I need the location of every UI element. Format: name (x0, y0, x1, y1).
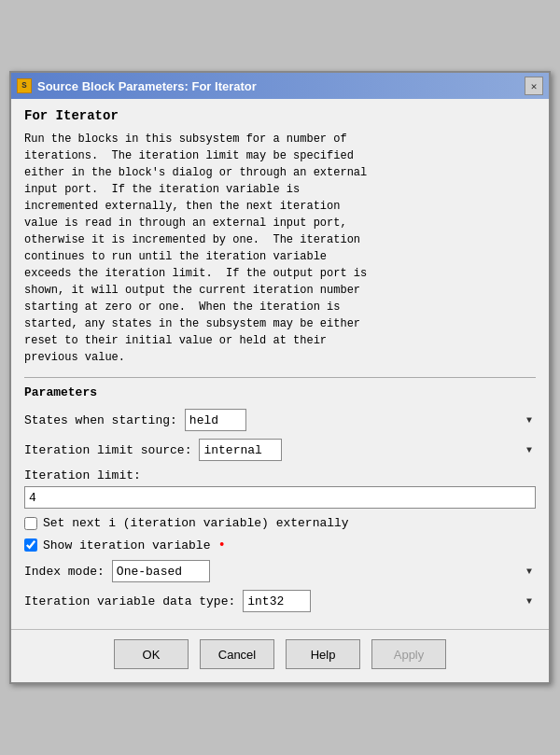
apply-button[interactable]: Apply (371, 639, 446, 669)
window-icon: S (17, 78, 32, 93)
iteration-limit-source-row: Iteration limit source: internal externa… (24, 439, 536, 461)
index-mode-row: Index mode: One-based Zero-based (24, 560, 536, 582)
red-dot-indicator: • (217, 538, 225, 552)
states-when-starting-select[interactable]: held reset (185, 409, 246, 431)
iteration-variable-data-type-label: Iteration variable data type: (24, 594, 235, 608)
iteration-limit-input[interactable] (24, 486, 536, 509)
show-iteration-variable-row: Show iteration variable • (24, 538, 536, 552)
iteration-limit-source-label: Iteration limit source: (24, 443, 191, 457)
set-next-i-row: Set next i (iteration variable) external… (24, 516, 536, 530)
content-area: For Iterator Run the blocks in this subs… (11, 99, 549, 629)
states-when-starting-wrapper: held reset (185, 409, 536, 431)
set-next-i-checkbox[interactable] (24, 517, 37, 530)
block-description: Run the blocks in this subsystem for a n… (24, 131, 536, 366)
title-bar: S Source Block Parameters: For Iterator … (11, 73, 549, 99)
params-section-label: Parameters (24, 385, 536, 399)
button-bar: OK Cancel Help Apply (11, 629, 549, 682)
states-when-starting-row: States when starting: held reset (24, 409, 536, 431)
set-next-i-label: Set next i (iteration variable) external… (43, 516, 349, 530)
index-mode-select[interactable]: One-based Zero-based (112, 560, 210, 582)
states-when-starting-label: States when starting: (24, 413, 177, 427)
iteration-limit-source-select[interactable]: internal external (199, 439, 282, 461)
iteration-limit-label: Iteration limit: (24, 468, 536, 482)
title-bar-left: S Source Block Parameters: For Iterator (17, 78, 257, 93)
cancel-button[interactable]: Cancel (200, 639, 274, 669)
window-title: Source Block Parameters: For Iterator (37, 79, 257, 93)
block-title: For Iterator (24, 108, 536, 123)
divider (24, 377, 536, 378)
iteration-variable-data-type-row: Iteration variable data type: int32 int1… (24, 590, 536, 612)
help-button[interactable]: Help (286, 639, 360, 669)
show-iteration-variable-label: Show iteration variable (43, 538, 210, 552)
close-button[interactable]: ✕ (525, 77, 543, 95)
index-mode-wrapper: One-based Zero-based (112, 560, 536, 582)
ok-button[interactable]: OK (114, 639, 189, 669)
show-iteration-variable-checkbox[interactable] (24, 538, 37, 552)
iteration-limit-source-wrapper: internal external (199, 439, 536, 461)
iteration-variable-data-type-select[interactable]: int32 int16 int8 uint32 uint16 uint8 dou… (243, 590, 311, 612)
iteration-variable-data-type-wrapper: int32 int16 int8 uint32 uint16 uint8 dou… (243, 590, 536, 612)
index-mode-label: Index mode: (24, 565, 105, 579)
main-window: S Source Block Parameters: For Iterator … (9, 71, 551, 684)
